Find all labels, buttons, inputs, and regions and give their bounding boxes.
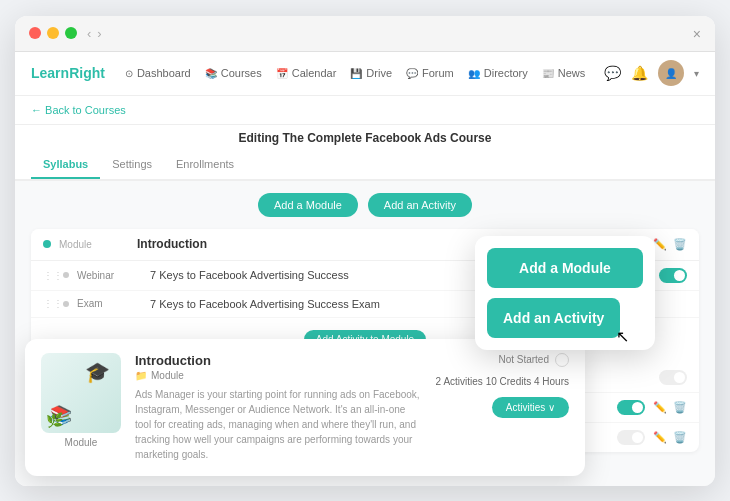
row-icons: ✏️ 🗑️ bbox=[653, 401, 687, 414]
nav-news[interactable]: 📰 News bbox=[542, 67, 586, 79]
news-icon: 📰 bbox=[542, 68, 554, 79]
nav-courses-label: Courses bbox=[221, 67, 262, 79]
back-arrow[interactable]: ‹ bbox=[87, 26, 91, 41]
tab-enrollments[interactable]: Enrollments bbox=[164, 151, 246, 179]
edit-icon[interactable]: ✏️ bbox=[653, 238, 667, 251]
browser-titlebar: ‹ › × bbox=[15, 16, 715, 52]
info-card-description: Ads Manager is your starting point for r… bbox=[135, 387, 422, 462]
module-col-label: Module bbox=[59, 239, 129, 250]
row-toggle[interactable] bbox=[617, 430, 645, 445]
nav-calendar-label: Calendar bbox=[292, 67, 337, 79]
nav-forum-label: Forum bbox=[422, 67, 454, 79]
info-card-body: Introduction 📁 Module Ads Manager is you… bbox=[135, 353, 422, 462]
traffic-light-red[interactable] bbox=[29, 27, 41, 39]
browser-window: ‹ › × LearnRight ⊙ Dashboard 📚 Courses 📅… bbox=[15, 16, 715, 486]
add-module-popup-button[interactable]: Add a Module bbox=[487, 248, 643, 288]
nav-forum[interactable]: 💬 Forum bbox=[406, 67, 454, 79]
forum-icon: 💬 bbox=[406, 68, 418, 79]
delete-icon[interactable]: 🗑️ bbox=[673, 401, 687, 414]
forward-arrow[interactable]: › bbox=[97, 26, 101, 41]
nav-drive[interactable]: 💾 Drive bbox=[350, 67, 392, 79]
status-circle bbox=[555, 353, 569, 367]
info-card-type: 📁 Module bbox=[135, 370, 422, 381]
add-activity-popup-button[interactable]: Add an Activity bbox=[487, 298, 620, 338]
nav-courses[interactable]: 📚 Courses bbox=[205, 67, 262, 79]
nav-directory[interactable]: 👥 Directory bbox=[468, 67, 528, 79]
browser-nav-arrows: ‹ › bbox=[87, 26, 102, 41]
edit-icon[interactable]: ✏️ bbox=[653, 431, 667, 444]
module-row-icons: ✏️ 🗑️ bbox=[653, 238, 687, 251]
tab-settings[interactable]: Settings bbox=[100, 151, 164, 179]
info-card-title: Introduction bbox=[135, 353, 422, 368]
user-menu-arrow[interactable]: ▾ bbox=[694, 68, 699, 79]
chat-icon[interactable]: 💬 bbox=[604, 65, 621, 81]
row-toggle[interactable] bbox=[659, 268, 687, 283]
page-content: ← Back to Courses Editing The Complete F… bbox=[15, 96, 715, 486]
add-module-button-top[interactable]: Add a Module bbox=[258, 193, 358, 217]
module-dot bbox=[43, 240, 51, 248]
info-card-meta: Not Started 2 Activities 10 Credits 4 Ho… bbox=[436, 353, 569, 462]
nav-directory-label: Directory bbox=[484, 67, 528, 79]
tab-syllabus[interactable]: Syllabus bbox=[31, 151, 100, 179]
add-activity-button-top[interactable]: Add an Activity bbox=[368, 193, 472, 217]
info-card-module-label: Module bbox=[65, 437, 98, 448]
directory-icon: 👥 bbox=[468, 68, 480, 79]
nav-dashboard[interactable]: ⊙ Dashboard bbox=[125, 67, 191, 79]
module-type-label: Module bbox=[151, 370, 184, 381]
meta-stats: 2 Activities 10 Credits 4 Hours bbox=[436, 373, 569, 391]
traffic-light-green[interactable] bbox=[65, 27, 77, 39]
dashboard-icon: ⊙ bbox=[125, 68, 133, 79]
nav-drive-label: Drive bbox=[366, 67, 392, 79]
notification-icon[interactable]: 🔔 bbox=[631, 65, 648, 81]
info-card-image: 📚 🎓 🌿 bbox=[41, 353, 121, 433]
page-title: Editing The Complete Facebook Ads Course bbox=[15, 125, 715, 151]
nav-news-label: News bbox=[558, 67, 586, 79]
delete-icon[interactable]: 🗑️ bbox=[673, 238, 687, 251]
row-toggle[interactable] bbox=[659, 370, 687, 385]
drag-handle[interactable]: ⋮⋮ bbox=[43, 270, 55, 281]
cursor-icon: ↖ bbox=[616, 327, 629, 346]
info-card: 📚 🎓 🌿 Module Introduction 📁 Module Ads M… bbox=[25, 339, 585, 476]
activities-button[interactable]: Activities ∨ bbox=[492, 397, 569, 418]
user-avatar[interactable]: 👤 bbox=[658, 60, 684, 86]
row-dot bbox=[63, 301, 69, 307]
traffic-lights bbox=[29, 27, 77, 39]
tabs-bar: Syllabus Settings Enrollments bbox=[15, 151, 715, 180]
back-to-courses-link[interactable]: ← Back to Courses bbox=[31, 104, 126, 116]
traffic-light-yellow[interactable] bbox=[47, 27, 59, 39]
row-dot bbox=[63, 272, 69, 278]
breadcrumb: ← Back to Courses bbox=[15, 96, 715, 125]
status-badge: Not Started bbox=[498, 354, 549, 365]
breadcrumb-area: ← Back to Courses Editing The Complete F… bbox=[15, 96, 715, 181]
row-toggle[interactable] bbox=[617, 400, 645, 415]
logo-text: Learn bbox=[31, 65, 69, 81]
row-icons: ✏️ 🗑️ bbox=[653, 431, 687, 444]
status-row: Not Started bbox=[498, 353, 569, 367]
module-type-icon: 📁 bbox=[135, 370, 147, 381]
courses-icon: 📚 bbox=[205, 68, 217, 79]
popup-card: Add a Module Add an Activity ↖ bbox=[475, 236, 655, 350]
nav-calendar[interactable]: 📅 Calendar bbox=[276, 67, 337, 79]
drive-icon: 💾 bbox=[350, 68, 362, 79]
illustration-plant: 🌿 bbox=[46, 412, 63, 428]
logo[interactable]: LearnRight bbox=[31, 65, 105, 81]
app-header: LearnRight ⊙ Dashboard 📚 Courses 📅 Calen… bbox=[15, 52, 715, 96]
type-badge: Exam bbox=[77, 298, 142, 309]
delete-icon[interactable]: 🗑️ bbox=[673, 431, 687, 444]
illustration-person: 🎓 bbox=[85, 360, 110, 384]
drag-handle[interactable]: ⋮⋮ bbox=[43, 298, 55, 309]
info-card-image-section: 📚 🎓 🌿 Module bbox=[41, 353, 121, 462]
edit-icon[interactable]: ✏️ bbox=[653, 401, 667, 414]
nav-menu: ⊙ Dashboard 📚 Courses 📅 Calendar 💾 Drive… bbox=[125, 67, 604, 79]
logo-accent: Right bbox=[69, 65, 105, 81]
nav-dashboard-label: Dashboard bbox=[137, 67, 191, 79]
top-actions: Add a Module Add an Activity bbox=[31, 193, 699, 217]
calendar-icon: 📅 bbox=[276, 68, 288, 79]
browser-close-button[interactable]: × bbox=[693, 26, 701, 42]
header-right: 💬 🔔 👤 ▾ bbox=[604, 60, 699, 86]
type-badge: Webinar bbox=[77, 270, 142, 281]
